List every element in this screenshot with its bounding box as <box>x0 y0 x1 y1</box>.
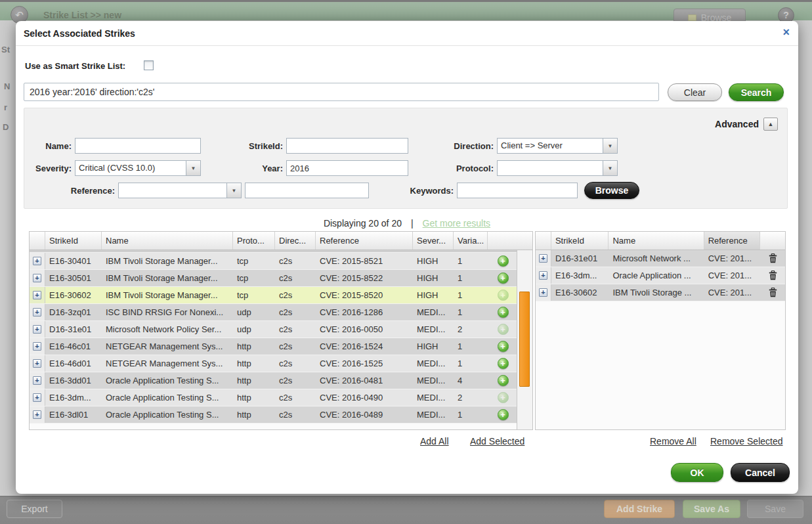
clear-button[interactable]: Clear <box>668 83 722 101</box>
table-row[interactable]: + D16-3zq01 ISC BIND RRSIG For Nonexi...… <box>30 304 532 321</box>
reference-text-field[interactable] <box>245 183 369 198</box>
column-header-name[interactable]: Name <box>102 232 233 250</box>
table-row[interactable]: + E16-3dd01 Oracle Application Testing S… <box>30 372 532 389</box>
reference-type-value <box>119 183 226 198</box>
strikeid-field[interactable] <box>286 138 408 154</box>
cell-variants: 2 <box>454 389 488 406</box>
expand-row-icon[interactable]: + <box>33 257 41 265</box>
cell-strikeid: E16-3dl01 <box>45 406 102 423</box>
chevron-down-icon[interactable]: ▼ <box>603 139 617 153</box>
expand-row-icon[interactable]: + <box>539 254 547 263</box>
expand-row-icon[interactable]: + <box>33 393 41 402</box>
delete-trash-icon[interactable] <box>769 253 777 263</box>
cell-variants: 1 <box>454 253 488 269</box>
get-more-results-link[interactable]: Get more results <box>423 218 490 229</box>
ok-button[interactable]: OK <box>671 463 723 482</box>
add-strike-icon[interactable]: + <box>498 324 509 335</box>
reference-type-select[interactable]: ▼ <box>118 183 242 198</box>
table-row[interactable]: + D16-31e01 Microsoft Network Policy Ser… <box>30 321 532 338</box>
add-strike-icon[interactable]: + <box>498 341 509 352</box>
scrollbar-thumb[interactable] <box>519 292 530 387</box>
cell-strikeid: E16-3dd01 <box>45 372 102 389</box>
table-row[interactable]: + E16-3dl01 Oracle Application Testing S… <box>30 406 532 424</box>
table-row[interactable]: + E16-30602 IBM Tivoli Storage ... CVE: … <box>536 284 785 301</box>
column-header-variants[interactable]: Varia... <box>454 232 488 250</box>
cell-severity: HIGH <box>413 253 454 269</box>
direction-select[interactable]: Client => Server ▼ <box>497 138 618 154</box>
cell-direction: c2s <box>275 287 316 303</box>
name-field[interactable] <box>75 138 201 154</box>
expand-row-icon[interactable]: + <box>33 308 41 317</box>
table-row[interactable]: + E16-30401 IBM Tivoli Storage Manager..… <box>30 253 532 270</box>
column-header-severity[interactable]: Sever... <box>413 232 454 250</box>
table-row[interactable]: + E16-30501 IBM Tivoli Storage Manager..… <box>30 270 532 287</box>
expand-row-icon[interactable]: + <box>33 359 41 368</box>
table-row[interactable]: + E16-46d01 NETGEAR Management Sys... ht… <box>30 355 532 372</box>
cell-reference: CVE: 2016-0050 <box>316 321 413 338</box>
table-row[interactable]: + E16-3dm... Oracle Application ... CVE:… <box>536 267 785 284</box>
add-strike-icon[interactable]: + <box>498 375 509 386</box>
expand-row-icon[interactable]: + <box>539 288 547 297</box>
add-selected-link[interactable]: Add Selected <box>470 436 524 447</box>
cell-name: NETGEAR Management Sys... <box>102 355 233 372</box>
column-header-direction[interactable]: Direc... <box>275 232 316 250</box>
search-button[interactable]: Search <box>729 83 784 101</box>
expand-row-icon[interactable]: + <box>33 325 41 334</box>
add-strike-icon[interactable]: + <box>498 273 509 284</box>
cell-severity: HIGH <box>413 287 454 303</box>
expand-row-icon[interactable]: + <box>539 271 547 280</box>
close-icon[interactable]: × <box>782 26 790 39</box>
remove-all-link[interactable]: Remove All <box>650 436 696 447</box>
column-header-protocol[interactable]: Proto... <box>233 232 275 250</box>
cell-reference: CVE: 2016-1525 <box>316 355 413 372</box>
expand-row-icon[interactable]: + <box>33 274 41 282</box>
add-strike-icon[interactable]: + <box>498 409 509 420</box>
cell-direction: c2s <box>275 253 316 269</box>
add-all-link[interactable]: Add All <box>420 436 449 447</box>
year-field[interactable] <box>286 160 408 176</box>
expand-row-icon[interactable]: + <box>33 291 41 299</box>
table-row[interactable]: + D16-31e01 Microsoft Network ... CVE: 2… <box>536 250 785 267</box>
remove-selected-link[interactable]: Remove Selected <box>710 436 783 447</box>
table-row[interactable]: + E16-46c01 NETGEAR Management Sys... ht… <box>30 338 532 355</box>
cell-variants: 1 <box>454 270 488 286</box>
keywords-field[interactable] <box>457 183 578 198</box>
keywords-browse-button[interactable]: Browse <box>584 182 639 199</box>
column-header-name[interactable]: Name <box>609 232 704 250</box>
expand-row-icon[interactable]: + <box>33 376 41 385</box>
year-label: Year: <box>236 164 283 173</box>
cell-protocol: tcp <box>233 287 275 303</box>
smart-strike-checkbox[interactable] <box>144 60 154 70</box>
column-header-strikeid[interactable]: StrikeId <box>45 232 102 250</box>
protocol-select[interactable]: ▼ <box>497 160 618 176</box>
selected-strikes-table: StrikeId Name Reference + D16-31e01 Micr… <box>535 231 786 430</box>
cell-variants: 2 <box>454 321 488 338</box>
add-strike-icon[interactable]: + <box>498 358 509 369</box>
add-strike-icon[interactable]: + <box>498 392 509 403</box>
column-header-reference[interactable]: Reference <box>704 232 761 250</box>
results-scrollbar[interactable] <box>517 250 532 430</box>
table-row[interactable]: + E16-3dm... Oracle Application Testing … <box>30 389 532 406</box>
cell-direction: c2s <box>275 338 316 355</box>
chevron-down-icon[interactable]: ▼ <box>186 161 200 175</box>
table-row[interactable]: + E16-30602 IBM Tivoli Storage Manager..… <box>30 287 532 304</box>
selected-table-header: StrikeId Name Reference <box>536 232 785 250</box>
cancel-button[interactable]: Cancel <box>731 463 790 482</box>
expand-row-icon[interactable]: + <box>33 410 41 419</box>
add-strike-icon[interactable]: + <box>498 307 509 318</box>
column-header-expand <box>30 232 45 250</box>
chevron-down-icon[interactable]: ▼ <box>603 161 617 175</box>
expand-row-icon[interactable]: + <box>33 342 41 351</box>
collapse-advanced-button[interactable]: ▲ <box>763 118 778 131</box>
search-input[interactable] <box>24 83 659 101</box>
chevron-down-icon[interactable]: ▼ <box>226 183 241 198</box>
cell-name: Oracle Application Testing S... <box>102 406 233 423</box>
cell-name: Oracle Application Testing S... <box>102 372 233 389</box>
delete-trash-icon[interactable] <box>769 288 777 297</box>
delete-trash-icon[interactable] <box>769 271 777 280</box>
column-header-reference[interactable]: Reference <box>316 232 413 250</box>
severity-select[interactable]: Critical (CVSS 10.0) ▼ <box>75 160 201 176</box>
add-strike-icon[interactable]: + <box>498 255 509 267</box>
column-header-strikeid[interactable]: StrikeId <box>551 232 609 250</box>
add-strike-icon[interactable]: + <box>498 290 509 301</box>
